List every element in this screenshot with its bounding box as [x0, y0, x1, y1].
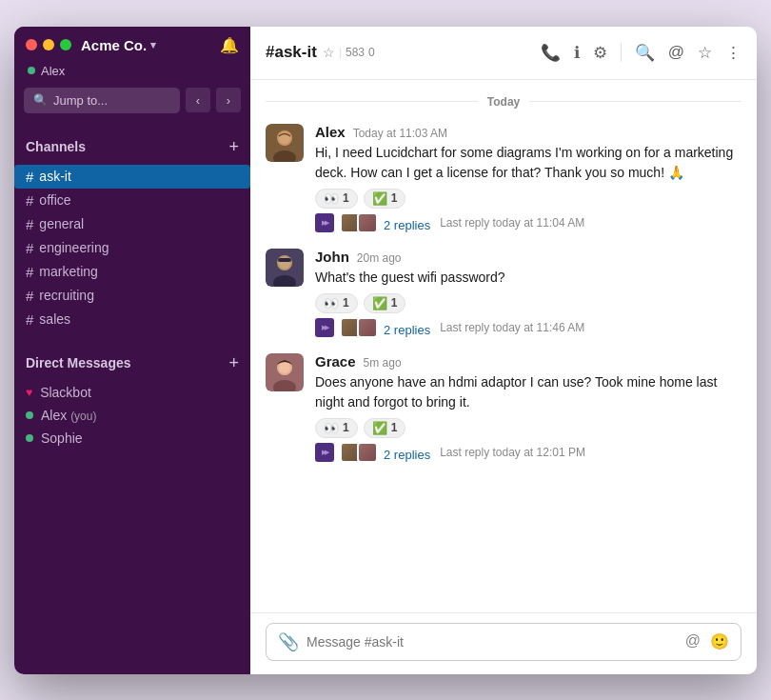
- dm-header: Direct Messages +: [26, 354, 239, 371]
- sidebar-item-ask-it[interactable]: #ask-it: [14, 165, 250, 189]
- star-icon[interactable]: ☆: [323, 45, 335, 60]
- reaction-👀[interactable]: 👀 1: [315, 189, 358, 209]
- thread-icon: [315, 443, 334, 462]
- sidebar-item-office[interactable]: #office: [14, 189, 250, 212]
- hash-icon: #: [26, 240, 33, 256]
- reaction-👀[interactable]: 👀 1: [315, 293, 358, 313]
- sidebar-item-engineering[interactable]: #engineering: [14, 236, 250, 260]
- at-icon[interactable]: @: [685, 632, 701, 650]
- hash-icon: #: [26, 192, 33, 209]
- message-header: John 20m ago: [315, 249, 741, 265]
- hash-icon: #: [26, 311, 33, 328]
- main-header: #ask-it ☆ | 583 0 📞 ℹ ⚙ 🔍 @ ☆ ⋮: [250, 27, 757, 80]
- close-button[interactable]: [26, 39, 37, 50]
- reaction-✅[interactable]: ✅ 1: [364, 418, 406, 438]
- message-time: Today at 11:03 AM: [353, 127, 447, 140]
- message-input-bar: 📎 @ 🙂: [250, 612, 757, 674]
- thread-reply-count[interactable]: 2 replies: [384, 323, 430, 337]
- dm-list: ♥SlackbotAlex (you)Sophie: [14, 381, 250, 450]
- main-panel: #ask-it ☆ | 583 0 📞 ℹ ⚙ 🔍 @ ☆ ⋮ Today: [250, 27, 757, 674]
- settings-icon[interactable]: ⚙: [593, 43, 607, 63]
- sidebar: Acme Co. ▾ 🔔 Alex 🔍 Jump to... ‹ › Chann…: [14, 27, 250, 674]
- current-user-label: Alex: [41, 64, 65, 78]
- dm-item-alex[interactable]: Alex (you): [14, 404, 250, 427]
- message-text: Does anyone have an hdmi adaptor I can u…: [315, 372, 741, 412]
- channels-header: Channels +: [26, 138, 239, 155]
- message-text: Hi, I need Lucidchart for some diagrams …: [315, 143, 741, 183]
- thread-info[interactable]: 2 replies Last reply today at 12:01 PM: [315, 442, 741, 463]
- online-dot: [26, 411, 33, 419]
- channels-list: #ask-it#office#general#engineering#marke…: [14, 165, 250, 331]
- message-body: John 20m ago What's the guest wifi passw…: [315, 249, 741, 338]
- thread-info[interactable]: 2 replies Last reply today at 11:46 AM: [315, 317, 741, 338]
- reaction-✅[interactable]: ✅ 1: [364, 293, 406, 313]
- more-icon[interactable]: ⋮: [725, 43, 741, 63]
- sidebar-item-sales[interactable]: #sales: [14, 308, 250, 331]
- message-body: Alex Today at 11:03 AM Hi, I need Lucidc…: [315, 124, 741, 233]
- sidebar-item-recruiting[interactable]: #recruiting: [14, 284, 250, 308]
- search-icon[interactable]: 🔍: [635, 43, 655, 63]
- pin-count: 0: [368, 46, 375, 59]
- thread-reply-count[interactable]: 2 replies: [384, 448, 430, 462]
- reactions-bar: 👀 1 ✅ 1: [315, 293, 741, 313]
- avatar: [266, 124, 304, 162]
- attach-icon[interactable]: 📎: [278, 631, 299, 652]
- reaction-👀[interactable]: 👀 1: [315, 418, 358, 438]
- message-author: Grace: [315, 353, 356, 370]
- dm-section: Direct Messages +: [14, 341, 250, 381]
- message-input[interactable]: [306, 634, 678, 650]
- hash-icon: #: [26, 216, 33, 232]
- thread-info[interactable]: 2 replies Last reply today at 11:04 AM: [315, 212, 741, 233]
- svg-rect-8: [278, 258, 291, 262]
- sidebar-item-general[interactable]: #general: [14, 212, 250, 236]
- message-time: 20m ago: [357, 251, 402, 265]
- chevron-down-icon: ▾: [150, 39, 156, 51]
- message-grace-msg: Grace 5m ago Does anyone have an hdmi ad…: [250, 346, 757, 470]
- sidebar-item-marketing[interactable]: #marketing: [14, 260, 250, 284]
- minimize-button[interactable]: [43, 39, 54, 50]
- dm-item-sophie[interactable]: Sophie: [14, 427, 250, 450]
- add-dm-button[interactable]: +: [228, 354, 239, 371]
- message-john-msg: John 20m ago What's the guest wifi passw…: [250, 241, 757, 346]
- thread-avatars: [340, 317, 378, 338]
- header-meta: ☆ | 583 0: [323, 45, 375, 60]
- thread-last-reply: Last reply today at 11:04 AM: [440, 216, 584, 230]
- emoji-icon[interactable]: 🙂: [710, 632, 729, 650]
- messages-list: Alex Today at 11:03 AM Hi, I need Lucidc…: [250, 116, 757, 470]
- hash-icon: #: [26, 288, 33, 304]
- message-time: 5m ago: [364, 356, 402, 370]
- thread-reply-count[interactable]: 2 replies: [384, 218, 430, 232]
- channels-section: Channels +: [14, 125, 250, 165]
- avatar: [266, 353, 304, 391]
- hash-icon: #: [26, 264, 33, 280]
- phone-icon[interactable]: 📞: [541, 43, 561, 63]
- jump-to-input[interactable]: 🔍 Jump to...: [24, 88, 180, 113]
- svg-point-12: [279, 362, 290, 373]
- bookmark-icon[interactable]: ☆: [698, 43, 712, 63]
- messages-area: Today Alex Today at 11:03 AM Hi, I need …: [250, 80, 757, 612]
- user-status-bar: Alex: [14, 62, 250, 88]
- add-channel-button[interactable]: +: [228, 138, 239, 155]
- nav-back-button[interactable]: ‹: [186, 88, 210, 112]
- thread-last-reply: Last reply today at 12:01 PM: [440, 446, 585, 459]
- workspace-name[interactable]: Acme Co. ▾: [81, 37, 220, 53]
- message-alex-msg: Alex Today at 11:03 AM Hi, I need Lucidc…: [250, 116, 757, 241]
- bell-icon[interactable]: 🔔: [220, 36, 239, 54]
- thread-avatars: [340, 442, 378, 463]
- header-actions: 📞 ℹ ⚙ 🔍 @ ☆ ⋮: [541, 43, 741, 63]
- maximize-button[interactable]: [60, 39, 71, 50]
- sidebar-titlebar: Acme Co. ▾ 🔔: [14, 27, 250, 62]
- member-count: 583: [346, 46, 365, 59]
- message-header: Alex Today at 11:03 AM: [315, 124, 741, 140]
- nav-forward-button[interactable]: ›: [216, 88, 241, 112]
- reaction-✅[interactable]: ✅ 1: [364, 189, 406, 209]
- online-dot: [26, 434, 33, 442]
- divider: [621, 43, 622, 62]
- avatar: [266, 249, 304, 287]
- info-icon[interactable]: ℹ: [574, 43, 580, 63]
- message-author: John: [315, 249, 349, 265]
- message-header: Grace 5m ago: [315, 353, 741, 370]
- dm-item-slackbot[interactable]: ♥Slackbot: [14, 381, 250, 404]
- date-divider: Today: [250, 88, 757, 116]
- mention-icon[interactable]: @: [668, 43, 684, 62]
